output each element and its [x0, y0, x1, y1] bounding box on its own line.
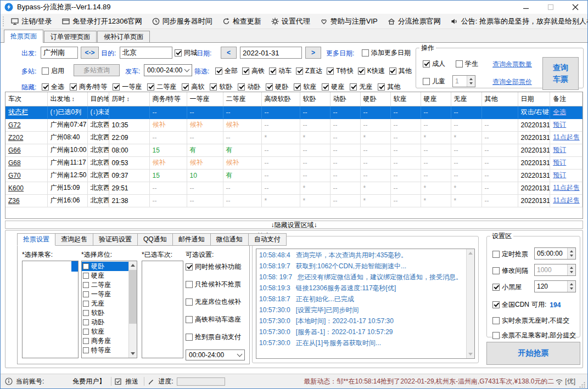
seat-option[interactable]: 动卧 [82, 318, 128, 327]
settings-tab[interactable]: 验证码设置 [93, 233, 138, 246]
train-row[interactable]: G70 广州南12:50 北京西22:27 09:37 15 10 [5, 169, 583, 182]
column-header[interactable]: 软座 [390, 92, 421, 106]
prev-date-button[interactable]: < [221, 47, 237, 59]
option-checkbox[interactable]: 无座席位也候补 [186, 297, 241, 307]
logout-login-button[interactable]: 注销/登录 [6, 14, 57, 29]
spinner-arrows[interactable] [467, 76, 475, 87]
hide-seat-checkbox[interactable]: 一等座 [113, 82, 142, 92]
passengers-listbox[interactable] [22, 261, 79, 358]
seat-option[interactable]: 硬座 [82, 271, 128, 280]
main-tab[interactable]: 候补订单页面 [97, 31, 150, 42]
child-count-spinner[interactable]: 1 [452, 75, 475, 87]
train-type-checkbox[interactable]: 全部 [215, 66, 238, 76]
main-tab[interactable]: 订单管理页面 [44, 31, 97, 42]
train-row[interactable]: Z36 广州16:06 北京西13:44 21:38 -- -- [5, 194, 583, 207]
spinner-arrows[interactable] [567, 248, 575, 259]
seat-option[interactable]: 软座 [82, 327, 128, 336]
train-row[interactable]: G68 广州南11:17 北京西21:10 09:53 候补 候补 [5, 156, 583, 169]
column-header[interactable]: 无座 [451, 92, 481, 106]
interval-checkbox[interactable]: 修改间隔 [492, 266, 528, 275]
grab-time-range-select[interactable]: 00:00-24:00 [186, 349, 245, 360]
column-header[interactable]: 其他 [481, 92, 518, 106]
date-input[interactable]: 2022-01-31 [240, 47, 302, 59]
hide-seat-checkbox[interactable]: 硬座 [322, 82, 344, 92]
sponsor-vip-button[interactable]: 赞助与注册VIP [315, 14, 383, 29]
column-header[interactable]: 硬卧 [360, 92, 390, 106]
timed-grab-time-spinner[interactable]: 05:00:00 [534, 247, 576, 260]
column-header[interactable]: 出发地↕ [47, 92, 87, 106]
settings-tab[interactable]: 抢票设置 [17, 233, 55, 246]
settings-tab[interactable]: 微信通知 [210, 233, 249, 246]
spinner-arrows[interactable] [567, 264, 575, 275]
hide-seat-checkbox[interactable]: 无座 [350, 82, 372, 92]
settings-tab[interactable]: 邮件通知 [172, 233, 211, 246]
interval-spinner[interactable]: 1000 [534, 264, 576, 276]
column-header[interactable]: 硬座 [421, 92, 451, 106]
official-site-button[interactable]: 分流抢票官网 [383, 14, 446, 29]
hide-seat-checkbox[interactable]: 全选 [42, 82, 64, 92]
next-date-button[interactable]: > [305, 47, 321, 59]
hide-settings-bar[interactable]: ↓隐藏设置区域↓ [5, 221, 583, 229]
train-type-checkbox[interactable]: 动车 [269, 66, 292, 76]
same-city-checkbox[interactable]: 同城 [175, 48, 197, 58]
multi-enable-checkbox[interactable]: 启用 [42, 66, 64, 76]
column-header[interactable]: 动卧 [330, 92, 360, 106]
seat-option[interactable]: 特等座 [82, 346, 128, 355]
check-update-button[interactable]: 检查更新 [217, 14, 266, 29]
hide-seat-checkbox[interactable]: 二等座 [147, 82, 176, 92]
add-more-dates-checkbox[interactable]: 添加更多日期 [362, 48, 411, 58]
scroll-up-icon[interactable] [467, 249, 474, 257]
seats-scrollbar[interactable] [128, 261, 137, 358]
hide-seat-checkbox[interactable]: 软卧 [210, 82, 232, 92]
student-checkbox[interactable]: 学生 [456, 59, 478, 69]
query-all-prices-link[interactable]: 查询全部票价 [492, 77, 532, 87]
query-ticket-count-link[interactable]: 查询余票数量 [492, 60, 532, 69]
swap-stations-button[interactable]: <-> [81, 47, 99, 59]
hide-seat-checkbox[interactable]: 硬卧 [266, 82, 288, 92]
no-seat-skip-checkbox[interactable]: 实时余票无座时,不提交 [492, 316, 569, 325]
train-row[interactable]: G72 广州南07:47 北京西18:22 10:35 候补 候补 [5, 119, 583, 131]
hide-seat-checkbox[interactable]: 商务/特等 [70, 82, 107, 92]
settings-tab[interactable]: 查询起售 [55, 233, 93, 246]
train-row[interactable]: K600 广州15:09 北京西21:00 29:51 -- -- [5, 182, 583, 194]
set-proxy-button[interactable]: 设置代理 [266, 14, 315, 29]
hide-seat-checkbox[interactable]: 高软 [182, 82, 204, 92]
seat-option[interactable]: 一等座 [82, 290, 128, 299]
option-checkbox[interactable]: 只抢候补不抢票 [186, 280, 241, 289]
train-row[interactable]: Z202 广州08:40 北京西06:49 22:09 -- -- [5, 131, 583, 144]
open-12306-button[interactable]: 免登录打开12306官网 [57, 14, 147, 29]
column-header[interactable]: 备注 [550, 92, 583, 106]
scroll-up-icon[interactable] [129, 261, 137, 269]
column-header[interactable]: 二等座 [223, 92, 261, 106]
partial-submit-checkbox[interactable]: 余票不足乘客时,部分提交 [492, 331, 576, 340]
scroll-thumb[interactable] [129, 270, 137, 324]
column-header[interactable]: 高级软卧 [261, 92, 300, 106]
adult-checkbox[interactable]: 成人 [423, 59, 445, 69]
hide-seat-checkbox[interactable]: 其他 [378, 82, 400, 92]
seat-option[interactable]: 软卧 [82, 308, 128, 318]
timed-grab-checkbox[interactable]: 定时抢票 [492, 250, 528, 259]
column-header[interactable]: 商务/特等 [149, 92, 187, 106]
scroll-down-icon[interactable] [129, 349, 137, 358]
black-room-spinner[interactable]: 120 [534, 280, 576, 292]
spinner-arrows[interactable] [567, 281, 575, 292]
train-type-checkbox[interactable]: 其他 [389, 66, 412, 76]
seat-option[interactable]: 商务座 [82, 336, 128, 346]
settings-tab[interactable]: 自动支付 [248, 233, 287, 246]
column-header[interactable]: 车次 [5, 92, 47, 106]
black-room-checkbox[interactable]: 小黑屋 [492, 283, 522, 292]
output-scrollbar[interactable] [466, 249, 474, 358]
seat-option[interactable]: 无座 [82, 299, 128, 308]
to-input[interactable]: 北京 [120, 47, 172, 59]
close-button[interactable] [563, 1, 587, 14]
train-type-checkbox[interactable]: 高铁 [242, 66, 265, 76]
start-grab-button[interactable]: 开始抢票 [486, 342, 580, 365]
column-header[interactable]: 软卧 [300, 92, 330, 106]
train-row[interactable]: G66 广州南10:00 北京西18:00 08:00 15 有 [5, 144, 583, 156]
train-type-checkbox[interactable]: Z直达 [296, 66, 322, 76]
sync-server-time-button[interactable]: 同步服务器时间 [147, 14, 217, 29]
selected-trains-listbox[interactable] [142, 261, 183, 358]
option-checkbox[interactable]: 高铁和动车选座 [186, 315, 241, 324]
column-header[interactable]: 目的地↕ [87, 92, 109, 106]
train-type-checkbox[interactable]: T特快 [327, 66, 353, 76]
